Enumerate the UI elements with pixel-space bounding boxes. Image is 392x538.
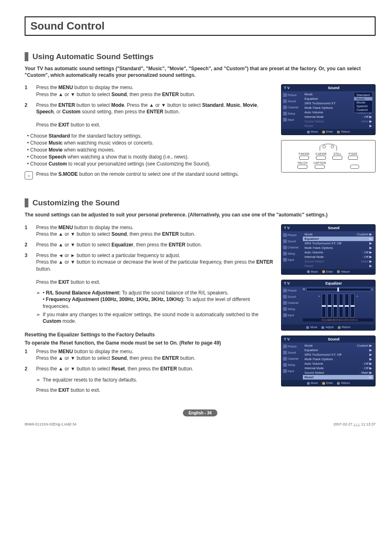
remote-button-label: CAPTION bbox=[314, 161, 326, 164]
eq-label: 100Hz bbox=[327, 319, 332, 321]
step-number: 1 bbox=[25, 224, 30, 237]
osd-sidebar: PictureSoundChannelSetupInput bbox=[281, 231, 302, 269]
reset-exit: Press the EXIT button to exit. bbox=[36, 387, 274, 393]
arrow-text: • R/L Sound Balance Adjustment: To adjus… bbox=[43, 290, 274, 310]
osd-row: Reset ▶ bbox=[303, 264, 374, 268]
eq-label: 10KHz bbox=[350, 319, 355, 321]
eq-label: 3KHz bbox=[345, 319, 349, 321]
arrow-icon: ➢ bbox=[36, 311, 40, 324]
osd-sidebar-item: Sound bbox=[281, 349, 302, 356]
osd-row: Multi-Track Options ▶ bbox=[303, 246, 374, 250]
osd-footer-adjust: Adjust bbox=[321, 326, 333, 329]
osd-sidebar: PictureSoundChannelSetupInput bbox=[281, 91, 302, 129]
osd-footer-move: Move bbox=[307, 130, 318, 133]
osd-sidebar-item: Picture bbox=[281, 92, 302, 98]
section1-intro: Your TV has automatic sound settings ("S… bbox=[25, 65, 376, 78]
osd-sidebar-icon bbox=[283, 357, 287, 361]
arrow-icon: ➢ bbox=[36, 377, 40, 383]
osd-row: Multi-Track Options ▶ bbox=[303, 357, 374, 361]
osd-sidebar-icon bbox=[283, 295, 287, 299]
osd-row: Reset ▶ bbox=[303, 124, 374, 128]
section2-intro: The sound settings can be adjusted to su… bbox=[25, 212, 376, 218]
osd-footer: MoveEnterReturn bbox=[281, 269, 375, 275]
remote-button-cap-icon bbox=[297, 165, 307, 169]
osd-row: Reset ▶ bbox=[303, 375, 374, 379]
osd-footer-return: Return bbox=[337, 130, 350, 133]
osd-row: Mode: Custom ▶ bbox=[303, 343, 374, 348]
osd-row: Equalizer ▶ bbox=[303, 237, 374, 241]
osd-sidebar-icon bbox=[283, 351, 287, 354]
eq-label: 300Hz bbox=[333, 319, 337, 321]
osd-option: Music bbox=[354, 97, 372, 101]
remote-button: P.SIZE bbox=[348, 152, 358, 160]
osd-row: Auto Volume: Off ▶ bbox=[303, 361, 374, 366]
osd-footer: MoveEnterReturn bbox=[281, 129, 375, 135]
osd-row: Equalizer ▶ bbox=[303, 348, 374, 352]
osd-row: SRS TruSurround XT: Off ▶ bbox=[303, 352, 374, 357]
osd-sidebar-icon bbox=[283, 118, 287, 122]
step-number: 2 bbox=[25, 366, 30, 372]
reset-intro: To operate the Reset function, the Game … bbox=[25, 340, 274, 346]
remote-nav-icon bbox=[350, 165, 359, 169]
osd-sidebar-item: Picture bbox=[281, 232, 302, 238]
osd-sidebar-item: Picture bbox=[281, 287, 302, 294]
osd-sidebar-item: Input bbox=[281, 257, 302, 263]
section1-steps: 1Press the MENU button to display the me… bbox=[25, 84, 274, 128]
eq-bar bbox=[345, 294, 349, 317]
remote-button-label: P.MODE bbox=[299, 152, 310, 155]
section2-heading: Customizing the Sound bbox=[25, 198, 376, 207]
reset-arrow: ➢ The equalizer resets to the factory de… bbox=[36, 377, 274, 383]
osd-row: Internal Mute: Off ▶ bbox=[303, 115, 374, 119]
remote-button: P.MODE bbox=[299, 152, 310, 160]
osd-sidebar-icon bbox=[283, 93, 287, 97]
osd-sound-reset: T VSoundPictureSoundChannelSetupInputMod… bbox=[281, 336, 376, 386]
osd-footer: MoveAdjustReturn bbox=[281, 324, 375, 330]
section1-heading: Using Automatic Sound Settings bbox=[25, 52, 376, 61]
eq-label: Balance bbox=[322, 319, 326, 321]
osd-sidebar-item: Setup bbox=[281, 306, 302, 312]
osd-header: T VSound bbox=[281, 85, 375, 91]
osd-footer-return: Return bbox=[337, 270, 350, 274]
osd-sidebar-icon bbox=[283, 258, 287, 262]
osd-row: Internal Mute: Off ▶ bbox=[303, 366, 374, 370]
osd-sidebar-icon bbox=[283, 313, 287, 317]
osd-option: Custom bbox=[354, 108, 372, 112]
osd-sidebar-item: Picture bbox=[281, 343, 302, 349]
step-body: Press the ENTER button to select Mode. P… bbox=[36, 102, 274, 129]
eq-bar bbox=[339, 294, 343, 317]
osd-row: Sound Select: Main ▶ bbox=[303, 370, 374, 375]
osd-sidebar-item: Sound bbox=[281, 238, 302, 244]
footer-right: 2007-02-27 ¿¿¿ 11:13:37 bbox=[333, 422, 376, 426]
osd-row: Mode: Custom ▶ bbox=[303, 232, 374, 237]
remote-button-cap-icon bbox=[348, 156, 358, 160]
osd-sidebar-icon bbox=[283, 233, 287, 237]
osd-sidebar-icon bbox=[283, 289, 287, 292]
step-body: Press the MENU button to display the men… bbox=[36, 224, 274, 237]
osd-sidebar-icon bbox=[283, 345, 287, 348]
page-title: Sound Control bbox=[30, 20, 370, 32]
step-number: 2 bbox=[25, 241, 30, 248]
eq-bar bbox=[327, 294, 332, 317]
arrow-text: If you make any changes to the equalizer… bbox=[43, 311, 274, 324]
remote-button: FAV.CH bbox=[297, 161, 307, 169]
osd-row: SRS TruSurround XT: Off ▶ bbox=[303, 241, 374, 246]
osd-row: Auto Volume: Off ▶ bbox=[303, 250, 374, 255]
osd-sidebar-icon bbox=[283, 252, 287, 255]
osd-option: Speech bbox=[354, 104, 372, 108]
page-title-box: Sound Control bbox=[25, 16, 376, 36]
osd-equalizer: T VEqualizerPictureSoundChannelSetupInpu… bbox=[281, 280, 376, 331]
arrow-icon: ➢ bbox=[36, 290, 40, 310]
osd-footer-enter: Enter bbox=[322, 382, 333, 385]
remote-button-label: P.SIZE bbox=[349, 152, 357, 155]
osd-sidebar-icon bbox=[283, 239, 287, 243]
section1-note: ☼ Press the S.MODE button on the remote … bbox=[25, 171, 274, 179]
remote-hint-icon: ☼ bbox=[25, 171, 33, 179]
bullet-item: Choose Movie when watching movies. bbox=[27, 147, 274, 153]
osd-eq-labels: Balance100Hz300Hz1KHz3KHz10KHz bbox=[303, 318, 374, 322]
remote-diagram: P.MODES.MODESTILLP.SIZE FAV.CHCAPTION bbox=[281, 140, 376, 172]
osd-sidebar-icon bbox=[283, 106, 287, 109]
section2-arrows: ➢• R/L Sound Balance Adjustment: To adju… bbox=[36, 290, 274, 324]
osd-row: Sound Select: Main ▶ bbox=[303, 119, 374, 124]
osd-option: Standard bbox=[354, 93, 372, 97]
section1-content: 1Press the MENU button to display the me… bbox=[25, 84, 376, 187]
